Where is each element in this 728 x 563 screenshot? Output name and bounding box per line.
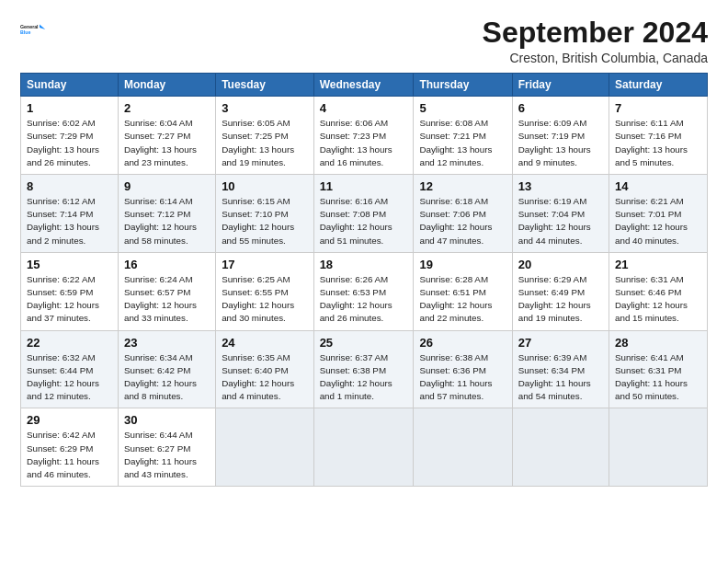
calendar-cell: 25Sunrise: 6:37 AMSunset: 6:38 PMDayligh…: [313, 330, 414, 408]
svg-text:Blue: Blue: [20, 29, 30, 35]
day-number: 2: [124, 101, 210, 115]
calendar-cell: 1Sunrise: 6:02 AMSunset: 7:29 PMDaylight…: [21, 97, 119, 175]
calendar-cell: 6Sunrise: 6:09 AMSunset: 7:19 PMDaylight…: [512, 97, 609, 175]
week-row-2: 8Sunrise: 6:12 AMSunset: 7:14 PMDaylight…: [21, 175, 708, 253]
day-info: Sunrise: 6:22 AMSunset: 6:59 PMDaylight:…: [27, 273, 112, 326]
day-info: Sunrise: 6:44 AMSunset: 6:27 PMDaylight:…: [124, 429, 210, 481]
logo-icon: GeneralBlue: [20, 17, 46, 42]
day-info: Sunrise: 6:11 AMSunset: 7:16 PMDaylight:…: [615, 117, 701, 169]
day-info: Sunrise: 6:41 AMSunset: 6:31 PMDaylight:…: [615, 351, 701, 404]
day-info: Sunrise: 6:06 AMSunset: 7:23 PMDaylight:…: [320, 117, 408, 169]
day-info: Sunrise: 6:29 AMSunset: 6:49 PMDaylight:…: [518, 273, 603, 326]
day-info: Sunrise: 6:19 AMSunset: 7:04 PMDaylight:…: [518, 195, 603, 247]
col-sunday: Sunday: [21, 74, 119, 97]
day-info: Sunrise: 6:31 AMSunset: 6:46 PMDaylight:…: [615, 273, 701, 326]
day-number: 8: [27, 179, 112, 193]
day-info: Sunrise: 6:35 AMSunset: 6:40 PMDaylight:…: [222, 351, 308, 404]
calendar-cell: 10Sunrise: 6:15 AMSunset: 7:10 PMDayligh…: [216, 175, 314, 253]
day-info: Sunrise: 6:09 AMSunset: 7:19 PMDaylight:…: [518, 117, 603, 169]
calendar-cell: [512, 408, 609, 487]
col-wednesday: Wednesday: [313, 74, 414, 97]
day-number: 1: [27, 101, 112, 115]
day-info: Sunrise: 6:42 AMSunset: 6:29 PMDaylight:…: [27, 429, 112, 481]
calendar-cell: 22Sunrise: 6:32 AMSunset: 6:44 PMDayligh…: [21, 330, 119, 408]
calendar-cell: 17Sunrise: 6:25 AMSunset: 6:55 PMDayligh…: [216, 252, 314, 330]
day-info: Sunrise: 6:18 AMSunset: 7:06 PMDaylight:…: [419, 195, 506, 247]
calendar-cell: 8Sunrise: 6:12 AMSunset: 7:14 PMDaylight…: [21, 175, 119, 253]
day-info: Sunrise: 6:14 AMSunset: 7:12 PMDaylight:…: [124, 195, 210, 247]
title-block: September 2024 Creston, British Columbia…: [483, 17, 708, 65]
day-number: 4: [320, 101, 408, 115]
calendar-cell: 2Sunrise: 6:04 AMSunset: 7:27 PMDaylight…: [118, 97, 215, 175]
day-number: 6: [518, 101, 603, 115]
day-info: Sunrise: 6:15 AMSunset: 7:10 PMDaylight:…: [222, 195, 308, 247]
calendar-cell: 18Sunrise: 6:26 AMSunset: 6:53 PMDayligh…: [313, 252, 414, 330]
day-number: 17: [222, 258, 308, 271]
calendar-cell: 28Sunrise: 6:41 AMSunset: 6:31 PMDayligh…: [609, 330, 708, 408]
calendar-cell: 5Sunrise: 6:08 AMSunset: 7:21 PMDaylight…: [414, 97, 512, 175]
calendar-cell: 12Sunrise: 6:18 AMSunset: 7:06 PMDayligh…: [414, 175, 512, 253]
day-number: 7: [615, 101, 701, 115]
svg-text:General: General: [20, 24, 39, 29]
calendar-cell: 20Sunrise: 6:29 AMSunset: 6:49 PMDayligh…: [512, 252, 609, 330]
calendar-title: September 2024: [483, 17, 708, 49]
day-info: Sunrise: 6:38 AMSunset: 6:36 PMDaylight:…: [419, 351, 506, 404]
calendar-subtitle: Creston, British Columbia, Canada: [483, 51, 708, 65]
day-info: Sunrise: 6:24 AMSunset: 6:57 PMDaylight:…: [124, 273, 210, 326]
day-number: 18: [320, 258, 408, 271]
calendar-cell: 7Sunrise: 6:11 AMSunset: 7:16 PMDaylight…: [609, 97, 708, 175]
day-info: Sunrise: 6:02 AMSunset: 7:29 PMDaylight:…: [27, 117, 112, 169]
week-row-5: 29Sunrise: 6:42 AMSunset: 6:29 PMDayligh…: [21, 408, 708, 487]
day-info: Sunrise: 6:21 AMSunset: 7:01 PMDaylight:…: [615, 195, 701, 247]
calendar-cell: [414, 408, 512, 487]
calendar-cell: [313, 408, 414, 487]
col-tuesday: Tuesday: [216, 74, 314, 97]
calendar-cell: 21Sunrise: 6:31 AMSunset: 6:46 PMDayligh…: [609, 252, 708, 330]
header-row: Sunday Monday Tuesday Wednesday Thursday…: [21, 74, 708, 97]
day-number: 22: [27, 336, 112, 350]
day-number: 19: [419, 258, 506, 271]
calendar-cell: 3Sunrise: 6:05 AMSunset: 7:25 PMDaylight…: [216, 97, 314, 175]
calendar-cell: 9Sunrise: 6:14 AMSunset: 7:12 PMDaylight…: [118, 175, 215, 253]
day-number: 16: [124, 258, 210, 271]
day-number: 29: [27, 413, 112, 427]
calendar-cell: 26Sunrise: 6:38 AMSunset: 6:36 PMDayligh…: [414, 330, 512, 408]
calendar-cell: 11Sunrise: 6:16 AMSunset: 7:08 PMDayligh…: [313, 175, 414, 253]
day-info: Sunrise: 6:39 AMSunset: 6:34 PMDaylight:…: [518, 351, 603, 404]
col-saturday: Saturday: [609, 74, 708, 97]
page: GeneralBlue September 2024 Creston, Brit…: [0, 0, 728, 563]
calendar-cell: 13Sunrise: 6:19 AMSunset: 7:04 PMDayligh…: [512, 175, 609, 253]
calendar-cell: [216, 408, 314, 487]
day-info: Sunrise: 6:04 AMSunset: 7:27 PMDaylight:…: [124, 117, 210, 169]
day-info: Sunrise: 6:37 AMSunset: 6:38 PMDaylight:…: [320, 351, 408, 404]
calendar-cell: 23Sunrise: 6:34 AMSunset: 6:42 PMDayligh…: [118, 330, 215, 408]
day-number: 10: [222, 179, 308, 193]
day-number: 28: [615, 336, 701, 350]
day-number: 20: [518, 258, 603, 271]
col-thursday: Thursday: [414, 74, 512, 97]
day-info: Sunrise: 6:34 AMSunset: 6:42 PMDaylight:…: [124, 351, 210, 404]
day-number: 23: [124, 336, 210, 350]
day-info: Sunrise: 6:28 AMSunset: 6:51 PMDaylight:…: [419, 273, 506, 326]
week-row-1: 1Sunrise: 6:02 AMSunset: 7:29 PMDaylight…: [21, 97, 708, 175]
day-number: 13: [518, 179, 603, 193]
calendar-cell: 24Sunrise: 6:35 AMSunset: 6:40 PMDayligh…: [216, 330, 314, 408]
day-number: 27: [518, 336, 603, 350]
day-number: 24: [222, 336, 308, 350]
day-number: 15: [27, 258, 112, 271]
day-info: Sunrise: 6:08 AMSunset: 7:21 PMDaylight:…: [419, 117, 506, 169]
day-info: Sunrise: 6:32 AMSunset: 6:44 PMDaylight:…: [27, 351, 112, 404]
day-number: 9: [124, 179, 210, 193]
day-info: Sunrise: 6:05 AMSunset: 7:25 PMDaylight:…: [222, 117, 308, 169]
day-number: 25: [320, 336, 408, 350]
svg-marker-2: [40, 24, 45, 29]
calendar-cell: [609, 408, 708, 487]
col-friday: Friday: [512, 74, 609, 97]
day-number: 3: [222, 101, 308, 115]
calendar-cell: 27Sunrise: 6:39 AMSunset: 6:34 PMDayligh…: [512, 330, 609, 408]
day-info: Sunrise: 6:16 AMSunset: 7:08 PMDaylight:…: [320, 195, 408, 247]
col-monday: Monday: [118, 74, 215, 97]
calendar-cell: 19Sunrise: 6:28 AMSunset: 6:51 PMDayligh…: [414, 252, 512, 330]
day-number: 30: [124, 413, 210, 427]
logo: GeneralBlue: [20, 17, 46, 42]
